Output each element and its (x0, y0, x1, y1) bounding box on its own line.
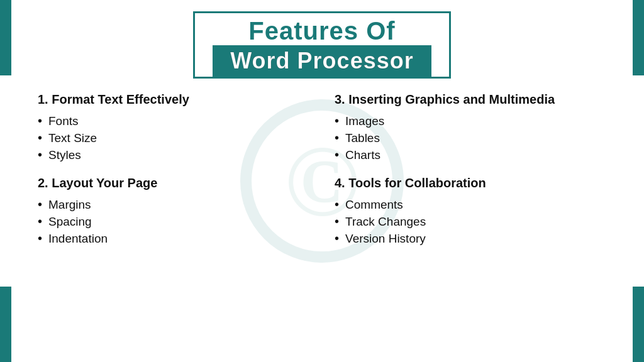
list-item: Comments (335, 196, 606, 213)
list-item: Fonts (38, 112, 309, 129)
section-inserting-graphics: 3. Inserting Graphics and Multimedia Ima… (335, 91, 606, 163)
list-item: Styles (38, 146, 309, 163)
header: Features Of Word Processor (0, 0, 644, 79)
list-item: Track Changes (335, 213, 606, 230)
section3-title: 3. Inserting Graphics and Multimedia (335, 91, 606, 107)
list-item: Text Size (38, 129, 309, 146)
corner-decoration-bottom-left (0, 287, 11, 362)
section2-list: Margins Spacing Indentation (38, 196, 309, 247)
title-line2: Word Processor (230, 48, 413, 74)
title-box: Features Of Word Processor (193, 11, 450, 79)
corner-decoration-bottom-right (633, 287, 644, 362)
section3-list: Images Tables Charts (335, 112, 606, 163)
title-line1: Features Of (213, 17, 431, 45)
left-column: 1. Format Text Effectively Fonts Text Si… (38, 91, 322, 258)
list-item: Charts (335, 146, 606, 163)
section2-title: 2. Layout Your Page (38, 175, 309, 191)
section-tools-collaboration: 4. Tools for Collaboration Comments Trac… (335, 175, 606, 247)
right-column: 3. Inserting Graphics and Multimedia Ima… (322, 91, 606, 258)
section1-title: 1. Format Text Effectively (38, 91, 309, 107)
list-item: Spacing (38, 213, 309, 230)
section4-title: 4. Tools for Collaboration (335, 175, 606, 191)
section-format-text: 1. Format Text Effectively Fonts Text Si… (38, 91, 309, 163)
section4-list: Comments Track Changes Version History (335, 196, 606, 247)
list-item: Margins (38, 196, 309, 213)
section-layout-page: 2. Layout Your Page Margins Spacing Inde… (38, 175, 309, 247)
list-item: Version History (335, 230, 606, 247)
section1-list: Fonts Text Size Styles (38, 112, 309, 163)
title-line2-box: Word Processor (213, 45, 431, 77)
list-item: Images (335, 112, 606, 129)
list-item: Indentation (38, 230, 309, 247)
list-item: Tables (335, 129, 606, 146)
main-content: 1. Format Text Effectively Fonts Text Si… (0, 91, 644, 258)
